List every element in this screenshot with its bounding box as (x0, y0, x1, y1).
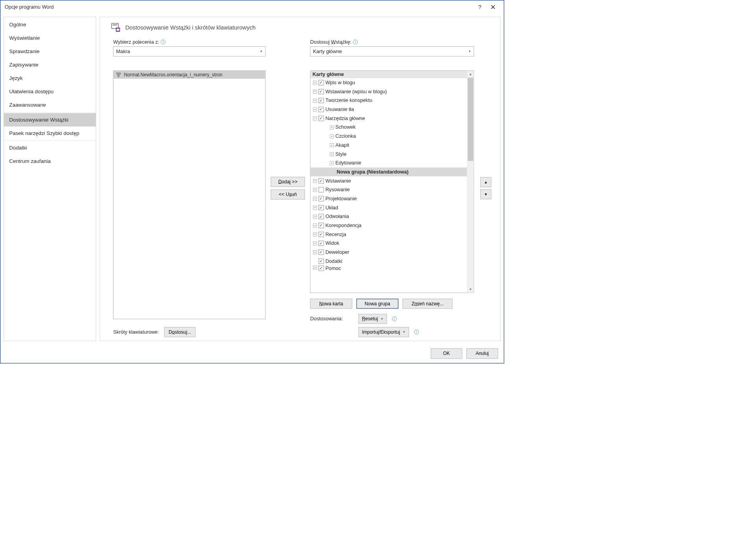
customize-shortcuts-button[interactable]: Dostosuj... (164, 327, 195, 337)
sidebar-item[interactable]: Dostosowywanie Wstążki (4, 113, 96, 126)
move-up-button[interactable]: ▲ (480, 177, 491, 187)
info-icon[interactable]: i (353, 40, 358, 44)
scroll-up-button[interactable]: ▲ (467, 71, 474, 78)
scroll-down-button[interactable]: ▼ (467, 286, 474, 292)
tree-row-label: Wstawianie (wpisu w blogu) (325, 89, 387, 94)
tree-row[interactable]: +✓Projektowanie (310, 194, 467, 203)
commands-listbox[interactable]: Normal.NewMacros.orientacja_i_numery_str… (113, 70, 265, 319)
new-tab-button[interactable]: Nowa karta (310, 299, 352, 309)
sidebar-item[interactable]: Sprawdzanie (4, 45, 96, 58)
ribbon-tree[interactable]: Karty główne+✓Wpis w blogu+✓Wstawianie (… (310, 71, 467, 293)
checkbox[interactable]: ✓ (319, 116, 324, 121)
tree-row[interactable]: +✓Widok (310, 239, 467, 248)
command-item[interactable]: Normal.NewMacros.orientacja_i_numery_str… (113, 71, 265, 79)
tree-row[interactable]: +Edytowanie (310, 159, 467, 168)
checkbox[interactable]: ✓ (319, 259, 324, 264)
checkbox[interactable]: ✓ (319, 232, 324, 237)
checkbox[interactable]: ✓ (319, 241, 324, 246)
checkbox[interactable]: ✓ (319, 98, 324, 103)
info-icon[interactable]: i (392, 316, 397, 321)
scroll-track[interactable] (467, 78, 474, 286)
tree-row[interactable]: +Akapit (310, 141, 467, 150)
expander-icon[interactable]: + (330, 125, 334, 129)
checkbox[interactable]: ✓ (319, 196, 324, 201)
checkbox[interactable]: ✓ (319, 266, 324, 271)
customize-ribbon-dropdown[interactable]: Karty główne (310, 46, 474, 56)
sidebar-item[interactable]: Wyświetlanie (4, 31, 96, 45)
checkbox[interactable]: ✓ (319, 178, 324, 183)
tree-row[interactable]: +✓Odwołania (310, 212, 467, 221)
expander-icon[interactable]: + (313, 224, 317, 227)
tree-row-label: Korespondencja (325, 223, 361, 229)
expander-icon[interactable]: + (313, 233, 317, 236)
tree-row[interactable]: +✓Pomoc (310, 266, 467, 272)
help-button[interactable]: ? (473, 2, 486, 13)
new-group-button[interactable]: Nowa grupa (356, 299, 398, 309)
choose-commands-dropdown[interactable]: Makra (113, 46, 265, 56)
sidebar-item[interactable]: Centrum zaufania (4, 155, 96, 168)
rename-button[interactable]: Zmień nazwę... (403, 299, 453, 309)
checkbox[interactable]: ✓ (319, 249, 324, 255)
scrollbar[interactable]: ▲ ▼ (467, 71, 474, 293)
checkbox[interactable]: ✓ (319, 80, 324, 85)
expander-icon[interactable]: + (313, 241, 317, 245)
sidebar-item[interactable]: Dodatki (4, 141, 96, 155)
checkbox[interactable]: ✓ (319, 107, 324, 112)
expander-icon[interactable]: + (313, 98, 317, 102)
info-icon[interactable]: i (414, 330, 419, 334)
expander-icon[interactable]: + (313, 266, 317, 270)
info-icon[interactable]: i (161, 40, 165, 44)
cancel-button[interactable]: Anuluj (467, 348, 498, 359)
expander-icon[interactable]: + (313, 179, 317, 183)
tree-row[interactable]: +✓Wstawianie (wpisu w blogu) (310, 87, 467, 96)
sidebar-item[interactable]: Język (4, 72, 96, 85)
tree-row[interactable]: +✓Tworzenie konspektu (310, 96, 467, 105)
add-button[interactable]: Dodaj >> (271, 177, 305, 187)
tree-row-label: Tworzenie konspektu (325, 98, 372, 103)
tree-row[interactable]: +✓Korespondencja (310, 221, 467, 230)
tree-row[interactable]: +✓Wstawianie (310, 176, 467, 185)
reset-dropdown-button[interactable]: Resetuj (358, 314, 387, 324)
expander-icon[interactable]: + (313, 206, 317, 210)
tree-row[interactable]: +✓Deweloper (310, 248, 467, 257)
checkbox[interactable]: ✓ (319, 89, 324, 94)
tree-row[interactable]: −✓Narzędzia główne (310, 114, 467, 123)
expander-icon[interactable]: + (313, 188, 317, 192)
expander-icon[interactable]: + (313, 81, 317, 85)
scroll-thumb[interactable] (468, 78, 473, 161)
checkbox[interactable]: ✓ (319, 223, 324, 228)
expander-icon[interactable]: + (313, 107, 317, 111)
import-export-dropdown-button[interactable]: Importuj/Eksportuj (358, 327, 409, 337)
tree-row[interactable]: +✓Układ (310, 203, 467, 212)
move-down-button[interactable]: ▼ (480, 189, 491, 199)
expander-icon[interactable]: + (313, 197, 317, 201)
tree-row[interactable]: +Czcionka (310, 132, 467, 141)
expander-icon[interactable]: + (330, 161, 334, 165)
checkbox[interactable] (319, 187, 324, 192)
checkbox[interactable]: ✓ (319, 205, 324, 210)
tree-row[interactable]: +Schowek (310, 123, 467, 132)
close-button[interactable]: ✕ (486, 2, 499, 13)
tree-row[interactable]: +✓Recenzja (310, 230, 467, 239)
sidebar-item[interactable]: Pasek narzędzi Szybki dostęp (4, 126, 96, 140)
expander-icon[interactable]: − (313, 116, 317, 120)
tree-row[interactable]: +✓Wpis w blogu (310, 78, 467, 87)
expander-icon[interactable]: + (330, 134, 334, 138)
tree-row[interactable]: +Style (310, 150, 467, 159)
expander-icon[interactable]: + (330, 152, 334, 156)
sidebar-item[interactable]: Ułatwienia dostępu (4, 85, 96, 98)
sidebar-item[interactable]: Ogólne (4, 18, 96, 31)
tree-row[interactable]: ✓Dodatki (310, 257, 467, 266)
expander-icon[interactable]: + (313, 90, 317, 94)
expander-icon[interactable]: + (330, 143, 334, 147)
checkbox[interactable]: ✓ (319, 214, 324, 219)
expander-icon[interactable]: + (313, 214, 317, 218)
tree-row[interactable]: +✓Usuwanie tła (310, 105, 467, 114)
tree-row[interactable]: Nowa grupa (Niestandardowa) (310, 168, 467, 177)
sidebar-item[interactable]: Zaawansowane (4, 98, 96, 112)
ok-button[interactable]: OK (431, 348, 462, 359)
expander-icon[interactable]: + (313, 250, 317, 254)
tree-row[interactable]: +Rysowanie (310, 185, 467, 194)
remove-button[interactable]: << Usuń (271, 189, 305, 199)
sidebar-item[interactable]: Zapisywanie (4, 58, 96, 72)
